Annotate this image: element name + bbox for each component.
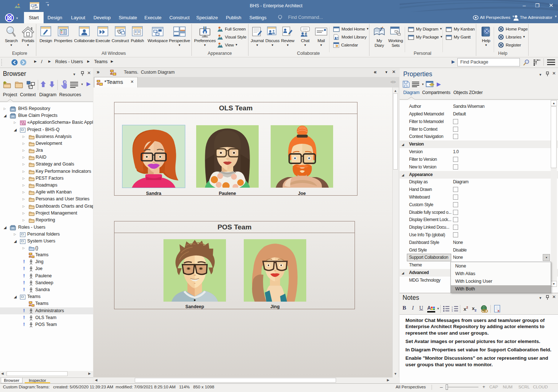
- svg-text:3: 3: [452, 310, 453, 312]
